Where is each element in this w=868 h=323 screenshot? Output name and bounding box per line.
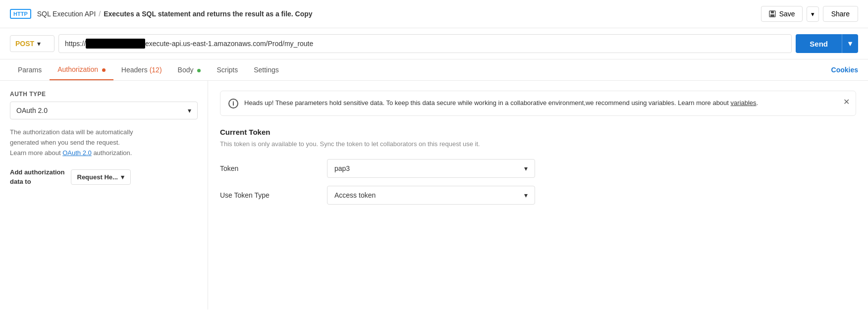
send-label: Send (796, 35, 842, 53)
chevron-down-icon: ▾ (811, 10, 814, 18)
auth-description: The authorization data will be automatic… (10, 127, 198, 158)
share-button[interactable]: Share (823, 6, 858, 22)
svg-rect-2 (770, 14, 774, 17)
close-icon[interactable]: ✕ (843, 97, 850, 107)
use-token-type-label: Use Token Type (220, 191, 319, 199)
tab-settings[interactable]: Settings (246, 60, 287, 80)
send-chevron-icon[interactable]: ▾ (842, 34, 858, 53)
left-panel: Auth Type OAuth 2.0 ▾ The authorization … (0, 81, 208, 310)
request-header-value: Request He... (77, 173, 118, 181)
auth-type-select[interactable]: OAuth 2.0 ▾ (10, 102, 198, 119)
use-token-type-chevron-icon: ▾ (524, 191, 528, 199)
method-select[interactable]: POST ▾ (10, 35, 54, 52)
breadcrumb: SQL Execution API / Executes a SQL state… (37, 10, 755, 18)
add-auth-row: Add authorizationdata to Request He... ▾ (10, 168, 198, 186)
headers-count: (12) (150, 66, 162, 74)
svg-rect-1 (771, 11, 774, 13)
url-bar: POST ▾ https:// execute-api.us-east-1.am… (0, 28, 868, 59)
tab-headers[interactable]: Headers (12) (113, 60, 170, 80)
request-header-select[interactable]: Request He... ▾ (71, 169, 131, 185)
request-header-chevron-icon: ▾ (121, 173, 124, 181)
save-button[interactable]: Save (761, 6, 803, 22)
tabs: Params Authorization Headers (12) Body S… (0, 59, 868, 81)
save-dropdown-button[interactable]: ▾ (807, 6, 819, 22)
main-content: Auth Type OAuth 2.0 ▾ The authorization … (0, 81, 868, 310)
breadcrumb-separator: / (99, 10, 101, 18)
tab-body[interactable]: Body (170, 60, 209, 80)
breadcrumb-title: Executes a SQL statement and returns the… (104, 10, 312, 18)
right-panel: i Heads up! These parameters hold sensit… (208, 81, 868, 310)
cookies-link[interactable]: Cookies (831, 60, 858, 80)
auth-type-label: Auth Type (10, 91, 198, 98)
breadcrumb-parent[interactable]: SQL Execution API (37, 10, 96, 18)
body-dot (197, 69, 201, 72)
tab-scripts[interactable]: Scripts (209, 60, 246, 80)
token-row: Token pap3 ▾ (220, 159, 856, 178)
oauth-link[interactable]: OAuth 2.0 (62, 149, 92, 157)
url-redacted-part (86, 39, 145, 49)
auth-type-chevron-icon: ▾ (188, 107, 191, 114)
url-input[interactable]: https:// execute-api.us-east-1.amazonaws… (58, 34, 792, 53)
info-banner: i Heads up! These parameters hold sensit… (220, 91, 856, 116)
header: HTTP SQL Execution API / Executes a SQL … (0, 0, 868, 28)
url-prefix: https:// (65, 40, 86, 48)
use-token-type-row: Use Token Type Access token ▾ (220, 186, 856, 205)
token-value: pap3 (334, 164, 350, 172)
tab-authorization[interactable]: Authorization (50, 59, 113, 80)
header-actions: Save ▾ Share (761, 6, 858, 22)
method-chevron-icon: ▾ (37, 40, 41, 48)
info-icon: i (228, 99, 238, 108)
http-badge: HTTP (10, 9, 31, 19)
current-token-title: Current Token (220, 128, 856, 136)
auth-type-value: OAuth 2.0 (16, 107, 48, 114)
use-token-type-value: Access token (334, 191, 376, 199)
info-text: Heads up! These parameters hold sensitiv… (244, 98, 848, 108)
token-label: Token (220, 164, 319, 172)
url-suffix: execute-api.us-east-1.amazonaws.com/Prod… (145, 40, 313, 48)
authorization-dot (102, 68, 106, 72)
token-dropdown[interactable]: pap3 ▾ (327, 159, 535, 178)
tab-params[interactable]: Params (10, 60, 50, 80)
token-chevron-icon: ▾ (524, 164, 528, 172)
add-auth-label: Add authorizationdata to (10, 168, 65, 186)
send-button[interactable]: Send ▾ (796, 34, 858, 53)
current-token-desc: This token is only available to you. Syn… (220, 139, 856, 149)
use-token-type-dropdown[interactable]: Access token ▾ (327, 186, 535, 205)
method-label: POST (15, 40, 34, 48)
variables-link[interactable]: variables (731, 99, 757, 107)
save-icon (768, 10, 776, 18)
